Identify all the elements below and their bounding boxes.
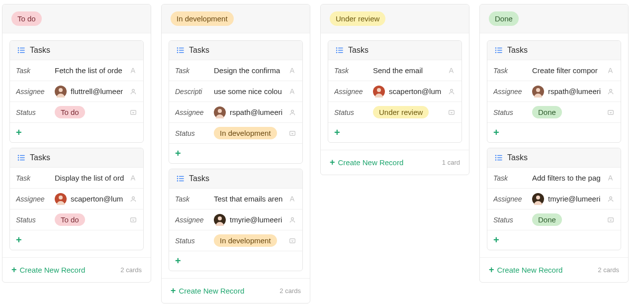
card-field-row[interactable]: StatusDone [487,102,621,123]
card-field-row[interactable]: StatusDone [487,209,621,230]
field-value[interactable]: Test that emails aren [214,195,286,203]
column-status-badge[interactable]: To do [11,11,42,26]
card-field-row[interactable]: StatusTo do [10,102,143,123]
card-field-row[interactable]: Assigneetmyrie@lumeeri [169,209,302,230]
add-field-button[interactable]: + [16,127,22,138]
field-value[interactable]: Design the confirma [214,66,286,75]
card-field-row[interactable]: TaskDesign the confirma [169,60,302,81]
task-card[interactable]: TasksTaskFetch the list of ordeAssigneef… [9,40,144,143]
task-card[interactable]: TasksTaskCreate filter comporAssigneersp… [487,40,621,143]
create-new-record-label: Create New Record [338,158,404,167]
card-field-row[interactable]: TaskSend the email [328,60,461,81]
card-header: Tasks [10,41,143,60]
card-field-row[interactable]: TaskAdd filters to the pag [487,168,621,189]
assignee-email: scaperton@lum [389,87,441,96]
field-value[interactable]: Add filters to the pag [532,174,605,182]
column-header: Done [480,4,628,33]
select-type-icon [448,109,456,116]
column-status-badge[interactable]: Under review [330,11,385,26]
field-value[interactable]: Done [532,213,605,226]
field-value[interactable]: scaperton@lum [55,193,127,205]
task-card[interactable]: TasksTaskDesign the confirmaDescriptiuse… [169,40,303,164]
card-field-row[interactable]: TaskFetch the list of orde [10,60,143,81]
card-field-row[interactable]: TaskDisplay the list of ord [10,168,143,189]
create-new-record-button[interactable]: +Create New Record [11,265,85,275]
task-card[interactable]: TasksTaskTest that emails arenAssigneetm… [169,169,303,271]
field-value[interactable]: Send the email [373,66,446,75]
card-field-row[interactable]: Assigneetmyrie@lumeeri [487,189,621,209]
create-new-record-button[interactable]: +Create New Record [171,286,244,296]
card-field-row[interactable]: Assigneescaperton@lum [328,81,461,102]
card-field-row[interactable]: StatusIn development [169,123,302,144]
svg-point-24 [177,52,178,53]
status-badge[interactable]: In development [214,127,277,139]
column-body: TasksTaskDesign the confirmaDescriptiuse… [162,33,310,278]
svg-point-67 [536,196,540,200]
task-card[interactable]: TasksTaskDisplay the list of ordAssignee… [9,148,144,250]
field-label: Assignee [16,195,53,203]
card-title: Tasks [507,46,528,55]
add-field-button[interactable]: + [16,234,22,246]
card-field-row[interactable]: Assigneerspath@lumeeri [169,102,302,123]
add-field-button[interactable]: + [175,148,181,159]
card-field-row[interactable]: Descriptiuse some nice colou [169,81,302,102]
field-value[interactable]: rspath@lumeeri [214,106,286,118]
field-value[interactable]: In development [214,234,286,247]
column-body: TasksTaskFetch the list of ordeAssigneef… [2,33,151,257]
card-field-row[interactable]: Assigneefluttrell@lumeer [10,81,143,102]
field-value[interactable]: Create filter compor [532,66,605,75]
card-field-row[interactable]: Assigneerspath@lumeeri [487,81,621,102]
field-value[interactable]: Under review [373,106,446,118]
task-card[interactable]: TasksTaskSend the emailAssigneescaperton… [328,40,462,143]
column-status-badge[interactable]: Done [489,11,519,26]
status-badge[interactable]: In development [214,234,277,247]
field-value[interactable]: tmyrie@lumeeri [532,193,605,205]
field-value[interactable]: To do [55,106,127,118]
field-value[interactable]: In development [214,127,286,139]
text-type-icon [129,67,137,74]
status-badge[interactable]: To do [55,213,85,226]
tasks-list-icon [335,46,344,55]
add-field-button[interactable]: + [493,234,499,246]
assignee-email: rspath@lumeeri [548,87,601,96]
status-badge[interactable]: Done [532,213,562,226]
kanban-column: DoneTasksTaskCreate filter comporAssigne… [479,4,629,283]
field-label: Assignee [175,216,212,224]
text-type-icon [607,67,615,74]
card-field-row[interactable]: StatusTo do [10,209,143,230]
field-value[interactable]: rspath@lumeeri [532,86,605,98]
add-field-button[interactable]: + [334,127,340,138]
status-badge[interactable]: Under review [373,106,429,118]
field-value[interactable]: Display the list of ord [55,174,127,182]
status-badge[interactable]: To do [55,106,85,118]
column-status-badge[interactable]: In development [171,11,234,26]
status-badge[interactable]: Done [532,106,562,118]
plus-icon: + [330,157,335,168]
card-field-row[interactable]: Assigneescaperton@lum [10,189,143,209]
field-value[interactable]: scaperton@lum [373,86,446,98]
avatar [214,106,226,118]
field-value[interactable]: use some nice colou [214,87,286,96]
create-new-record-button[interactable]: +Create New Record [489,265,562,275]
field-value[interactable]: tmyrie@lumeeri [214,214,286,226]
card-field-row[interactable]: StatusIn development [169,230,302,251]
field-value[interactable]: Done [532,106,605,118]
card-field-row[interactable]: StatusUnder review [328,102,461,123]
add-field-button[interactable]: + [493,127,499,138]
card-field-row[interactable]: TaskTest that emails aren [169,189,302,209]
svg-point-17 [59,196,63,200]
field-text: Add filters to the pag [532,174,601,182]
avatar [55,193,67,205]
select-type-icon [129,109,137,116]
card-add-row: + [487,123,621,142]
task-card[interactable]: TasksTaskAdd filters to the pagAssigneet… [487,148,621,250]
user-type-icon [607,196,615,203]
svg-point-28 [291,110,294,112]
field-label: Task [16,174,53,182]
field-value[interactable]: Fetch the list of orde [55,66,127,75]
field-value[interactable]: fluttrell@lumeer [55,86,127,98]
create-new-record-button[interactable]: +Create New Record [330,157,403,168]
field-value[interactable]: To do [55,213,127,226]
add-field-button[interactable]: + [175,255,181,267]
card-field-row[interactable]: TaskCreate filter compor [487,60,621,81]
